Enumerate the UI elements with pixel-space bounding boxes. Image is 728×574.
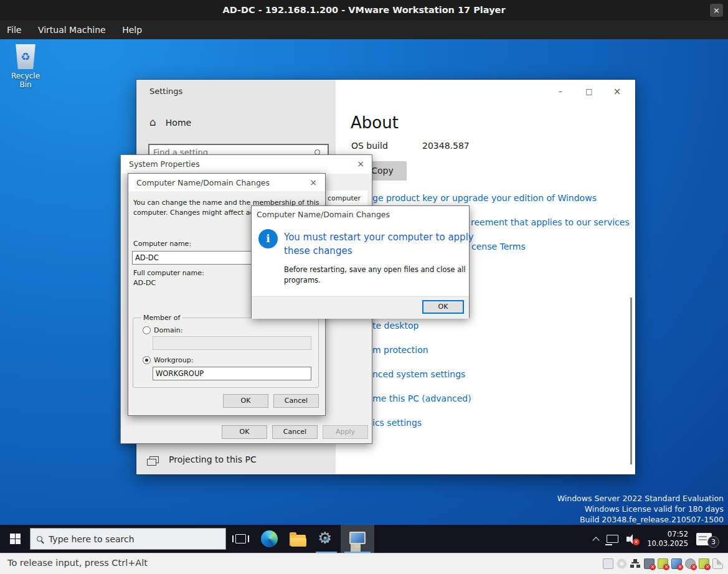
taskbar-item-settings[interactable]: ⚙ [312, 525, 341, 553]
start-button[interactable] [0, 525, 30, 553]
os-build-label: OS build [351, 141, 388, 151]
member-of-label: Member of [141, 314, 182, 322]
restart-dialog: Computer Name/Domain Changes You must re… [251, 205, 470, 318]
system-properties-apply-button: Apply [323, 425, 368, 439]
tray-time: 07:52 [647, 530, 688, 539]
info-icon [258, 229, 278, 248]
vmware-menubar: File Virtual Machine Help [0, 21, 728, 39]
search-icon [37, 536, 42, 542]
restart-heading-line1: You must restart your computer to apply [284, 230, 474, 244]
domain-input [153, 336, 311, 350]
vmware-statusbar: To release input, press Ctrl+Alt [0, 553, 728, 574]
restart-ok-button[interactable]: OK [422, 300, 464, 314]
task-view-icon [235, 534, 246, 543]
recycle-bin-icon: ♻ [14, 44, 37, 69]
taskbar-searchbox[interactable] [30, 528, 226, 550]
workgroup-input[interactable] [153, 367, 311, 380]
usb-icon[interactable] [644, 558, 655, 569]
webcam-icon[interactable] [685, 558, 696, 569]
sidebar-item-home[interactable]: ⌂ Home [149, 117, 191, 128]
sound-adapter-icon[interactable] [699, 558, 709, 569]
computer-name-close-button[interactable]: × [305, 176, 321, 189]
restart-body-line1: Before restarting, save any open files a… [284, 265, 466, 275]
link-change-product-key[interactable]: ge product key or upgrade your edition o… [372, 193, 597, 203]
hard-disk-icon[interactable] [603, 558, 613, 569]
vmware-device-icons [603, 558, 723, 569]
restart-body-line2: programs. [284, 275, 321, 286]
computer-name-ok-button[interactable]: OK [223, 394, 268, 408]
member-of-groupbox: Member of Domain: Workgroup: [133, 318, 319, 388]
message-log-icon[interactable] [712, 558, 723, 569]
taskbar-item-system[interactable] [341, 525, 374, 553]
folder-icon [290, 535, 306, 546]
vmware-close-button[interactable]: × [710, 4, 723, 17]
workgroup-radio[interactable] [143, 356, 151, 364]
volume-muted-icon[interactable]: × [626, 534, 639, 544]
display-icon[interactable] [671, 558, 682, 569]
link-advanced-system-settings[interactable]: nced system settings [372, 369, 465, 379]
gear-icon: ⚙ [318, 530, 335, 548]
watermark-line: Windows License valid for 180 days [557, 504, 724, 514]
about-heading: About [351, 113, 399, 132]
edge-icon [261, 530, 278, 547]
projecting-icon [149, 456, 159, 463]
link-settings-partial[interactable]: ics settings [372, 418, 422, 428]
windows-taskbar: ⚙ × 07:52 10.03.2025 3 [0, 525, 728, 553]
cd-rom-icon[interactable] [617, 558, 627, 569]
computer-name-title: Computer Name/Domain Changes [136, 178, 270, 187]
link-system-protection[interactable]: m protection [372, 345, 428, 355]
workgroup-label: Workgroup: [154, 356, 194, 364]
network-icon[interactable] [607, 535, 618, 543]
recycle-bin[interactable]: ♻ Recycle Bin [6, 44, 45, 89]
gear-glyph: ⚙ [318, 529, 332, 547]
menu-help[interactable]: Help [115, 21, 149, 39]
domain-label: Domain: [154, 326, 182, 334]
clipped-description-text: computer [326, 191, 367, 206]
computer-name-label: Computer name: [133, 240, 191, 248]
sound-card-icon[interactable] [658, 558, 668, 569]
home-label: Home [166, 118, 191, 128]
link-license-terms[interactable]: cense Terms [471, 242, 526, 252]
link-rename-this-pc[interactable]: me this PC (advanced) [372, 393, 471, 403]
menu-file[interactable]: File [0, 21, 28, 39]
settings-minimize-button[interactable]: – [552, 85, 569, 98]
notification-center-icon[interactable]: 3 [696, 533, 712, 545]
system-tray: × 07:52 10.03.2025 3 [593, 525, 728, 553]
taskbar-search-input[interactable] [49, 534, 219, 544]
vmware-window-title: AD-DC - 192.168.1.200 - VMware Workstati… [222, 5, 505, 15]
windows-logo-icon [10, 534, 21, 544]
full-computer-name-value: AD-DC [133, 279, 156, 287]
link-remote-desktop[interactable]: te desktop [372, 321, 418, 331]
system-properties-title: System Properties [129, 159, 200, 169]
full-computer-name-label: Full computer name: [133, 269, 204, 277]
menu-virtual-machine[interactable]: Virtual Machine [31, 21, 113, 39]
settings-maximize-button[interactable]: □ [581, 85, 597, 98]
task-view-button[interactable] [226, 525, 255, 553]
settings-window-title: Settings [149, 87, 182, 96]
link-services-agreement[interactable]: reement that applies to our services [471, 217, 630, 227]
os-build-value: 20348.587 [422, 141, 470, 151]
system-monitor-icon [349, 532, 366, 544]
network-adapter-icon[interactable] [630, 558, 641, 569]
settings-close-button[interactable]: × [609, 85, 625, 98]
tray-chevron-icon[interactable] [592, 537, 599, 543]
tray-date: 10.03.2025 [647, 539, 688, 548]
watermark-line: Windows Server 2022 Standard Evaluation [557, 493, 724, 504]
taskbar-item-explorer[interactable] [283, 525, 312, 553]
system-properties-cancel-button[interactable]: Cancel [272, 425, 318, 439]
sidebar-item-projecting[interactable]: Projecting to this PC [149, 454, 257, 464]
system-properties-ok-button[interactable]: OK [222, 425, 267, 439]
system-properties-close-button[interactable]: × [352, 158, 369, 170]
restart-dialog-title: Computer Name/Domain Changes [257, 210, 390, 219]
notification-badge: 3 [707, 536, 719, 548]
settings-scrollbar-thumb[interactable] [630, 298, 632, 464]
desktop-watermark: Windows Server 2022 Standard Evaluation … [557, 493, 724, 525]
mute-badge: × [633, 539, 640, 545]
computer-name-cancel-button[interactable]: Cancel [273, 394, 319, 408]
tray-clock[interactable]: 07:52 10.03.2025 [647, 530, 688, 548]
taskbar-item-edge[interactable] [255, 525, 283, 553]
vmware-titlebar: AD-DC - 192.168.1.200 - VMware Workstati… [0, 0, 728, 21]
projecting-label: Projecting to this PC [169, 454, 257, 464]
domain-radio[interactable] [143, 326, 151, 334]
vmware-status-hint: To release input, press Ctrl+Alt [7, 558, 148, 568]
